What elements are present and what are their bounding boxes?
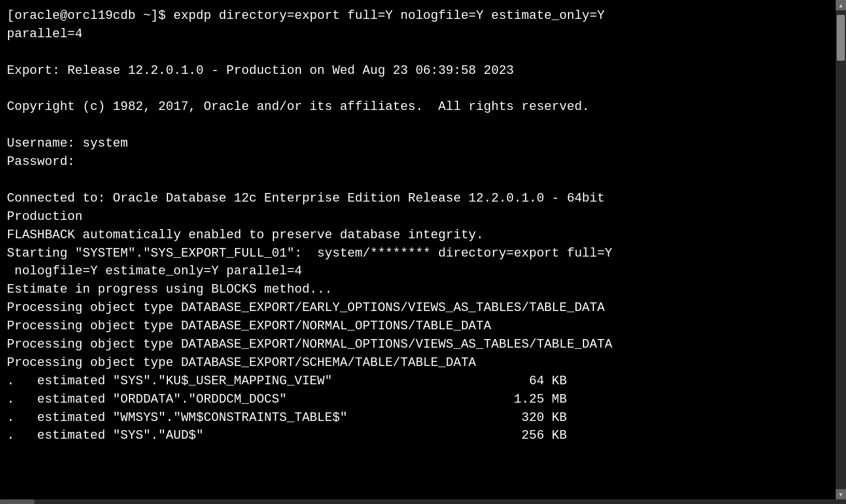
terminal-output[interactable]: [oracle@orcl19cdb ~]$ expdp directory=ex… bbox=[0, 0, 836, 499]
scroll-down-button[interactable]: ▼ bbox=[836, 489, 846, 499]
horizontal-scrollbar-thumb[interactable] bbox=[0, 499, 34, 504]
horizontal-scrollbar-track[interactable] bbox=[0, 499, 846, 504]
scroll-up-button[interactable]: ▲ bbox=[836, 0, 846, 10]
bottom-bar bbox=[0, 499, 846, 504]
scrollbar-thumb[interactable] bbox=[837, 15, 845, 61]
scrollbar-track: ▲ ▼ bbox=[836, 0, 846, 499]
terminal-wrapper: [oracle@orcl19cdb ~]$ expdp directory=ex… bbox=[0, 0, 846, 499]
